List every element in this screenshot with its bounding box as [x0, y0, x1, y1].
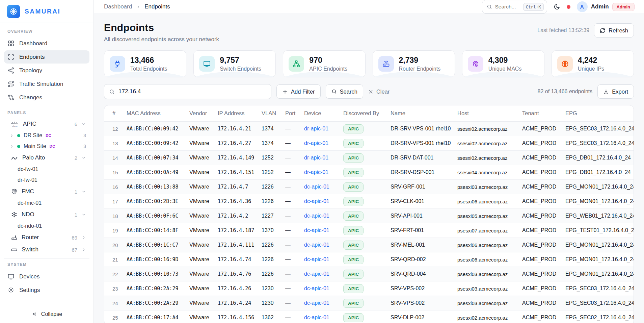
- sidebar-item-topology[interactable]: Topology: [4, 64, 89, 77]
- mac-address: AA:BB:CC:00:07:34: [123, 151, 186, 165]
- sidebar-item-traffic-simulation[interactable]: Traffic Simulation: [4, 77, 89, 91]
- ip-address: 172.16.4.111: [214, 238, 258, 252]
- page-head: Endpoints All discovered endpoints acros…: [104, 22, 634, 43]
- table-row[interactable]: 21AA:BB:CC:00:16:9DVMware172.16.4.741226…: [104, 252, 634, 267]
- endpoints-table: #MAC AddressVendorIP AddressVLANPortDevi…: [104, 105, 634, 323]
- plug-icon: [110, 56, 125, 72]
- panel-palo-alto[interactable]: Palo Alto 2: [4, 152, 89, 164]
- table-row[interactable]: 17AA:BB:CC:00:2D:3EVMware172.16.4.361226…: [104, 194, 634, 209]
- status-dot: [17, 145, 20, 148]
- search-shortcut-kbd: Ctrl+K: [523, 3, 544, 11]
- table-row[interactable]: 14AA:BB:CC:00:07:34VMware172.16.4.149125…: [104, 151, 634, 165]
- device-link[interactable]: dc-apic-01: [304, 227, 329, 233]
- panel-router[interactable]: Router 69: [4, 231, 89, 244]
- port: —: [282, 267, 301, 281]
- stat-value: 9,757: [220, 56, 239, 65]
- export-button[interactable]: Export: [597, 84, 634, 99]
- device-item-dr-fw-01[interactable]: dr-fw-01: [4, 175, 89, 185]
- discovered-by-badge: APIC: [343, 139, 364, 148]
- dc-badge: DC: [50, 144, 55, 148]
- device-link[interactable]: dc-apic-01: [304, 315, 329, 320]
- sidebar-item-devices[interactable]: Devices: [4, 270, 89, 283]
- table-row[interactable]: 12AA:BB:CC:00:09:42VMware172.16.4.211374…: [104, 122, 634, 136]
- host: ssesxi02.acmecorp.az: [454, 151, 519, 165]
- device-link[interactable]: dc-apic-01: [304, 213, 329, 219]
- table-row[interactable]: 16AA:BB:CC:00:13:88VMware172.16.4.71226—…: [104, 180, 634, 194]
- mac-address: AA:BB:CC:00:16:9D: [123, 252, 186, 267]
- table-row[interactable]: 18AA:BB:CC:00:0F:6CVMware172.16.4.21227—…: [104, 209, 634, 223]
- table-row[interactable]: 13AA:BB:CC:00:09:42VMware172.16.4.271374…: [104, 136, 634, 151]
- device-item-dc-ndo-01[interactable]: dc-ndo-01: [4, 221, 89, 231]
- breadcrumb-dashboard[interactable]: Dashboard: [104, 3, 132, 10]
- device-link[interactable]: dr-apic-01: [304, 140, 328, 146]
- device-link[interactable]: dc-apic-01: [304, 242, 329, 248]
- sidebar-item-settings[interactable]: Settings: [4, 283, 89, 297]
- global-search[interactable]: Ctrl+K: [482, 0, 547, 14]
- clear-button[interactable]: Clear: [368, 89, 390, 95]
- sidebar-item-label: Topology: [19, 67, 42, 74]
- table-row[interactable]: 22AA:BB:CC:00:10:73VMware172.16.4.761226…: [104, 267, 634, 281]
- device-link[interactable]: dc-apic-01: [304, 198, 329, 204]
- search-button[interactable]: Search: [326, 84, 363, 99]
- device-item-dc-fw-01[interactable]: dc-fw-01: [4, 164, 89, 175]
- user-menu[interactable]: Admin Admin: [577, 1, 635, 12]
- tenant: ACME_PROD: [519, 223, 562, 238]
- device-cell: dr-apic-01: [301, 122, 340, 136]
- panel-count: 1: [75, 212, 77, 218]
- add-filter-button[interactable]: Add Filter: [276, 84, 321, 99]
- dark-mode-toggle[interactable]: [554, 3, 560, 10]
- refresh-button[interactable]: Refresh: [594, 23, 634, 38]
- section-system-label: SYSTEM: [4, 259, 89, 270]
- ip-address: 172.16.4.2: [214, 209, 258, 223]
- row-number: 22: [104, 267, 123, 281]
- panel-switch[interactable]: Switch 67: [4, 244, 89, 256]
- device-cell: dc-apic-01: [301, 209, 340, 223]
- search-icon: [487, 4, 492, 9]
- vlan: 1226: [258, 267, 282, 281]
- device-item-dc-fmc-01[interactable]: dc-fmc-01: [4, 198, 89, 208]
- device-link[interactable]: dc-apic-01: [304, 285, 329, 291]
- mac-address: AA:BB:CC:00:13:88: [123, 180, 186, 194]
- tenant: ACME_PROD: [519, 136, 562, 151]
- endpoint-search-input[interactable]: [118, 88, 266, 95]
- panel-fmc[interactable]: FMC 1: [4, 185, 89, 198]
- ip-address: 172.16.4.187: [214, 223, 258, 238]
- sidebar-item-dashboard[interactable]: Dashboard: [4, 37, 89, 50]
- global-search-input[interactable]: [495, 4, 520, 10]
- epg: EPG_SEC03_172.16.4.0_24: [562, 136, 634, 151]
- table-row[interactable]: 19AA:BB:CC:00:14:8FVMware172.16.4.187137…: [104, 223, 634, 238]
- row-number: 16: [104, 180, 123, 194]
- device-link[interactable]: dc-apic-01: [304, 256, 329, 262]
- table-row[interactable]: 15AA:BB:CC:00:0A:49VMware172.16.4.151125…: [104, 165, 634, 180]
- device-link[interactable]: dr-apic-01: [304, 155, 328, 160]
- panel-apic[interactable]: cisco APIC 6: [4, 118, 89, 130]
- table-row[interactable]: 23AA:BB:CC:00:2A:29VMware172.16.4.261230…: [104, 281, 634, 296]
- filter-row: Add Filter Search Clear 82 of 13,466 end…: [104, 84, 634, 99]
- device-link[interactable]: dc-apic-01: [304, 184, 329, 190]
- endpoint-name: SRV-MEL-001: [387, 238, 454, 252]
- device-link[interactable]: dr-apic-01: [304, 169, 328, 175]
- table-row[interactable]: 20AA:BB:CC:00:1C:C7VMware172.16.4.111122…: [104, 238, 634, 252]
- endpoint-search[interactable]: [104, 84, 271, 99]
- vlan: 1230: [258, 296, 282, 310]
- tenant: ACME_PROD: [519, 180, 562, 194]
- download-icon: [603, 89, 609, 95]
- sidebar-item-changes[interactable]: Changes: [4, 91, 89, 104]
- table-header-row: #MAC AddressVendorIP AddressVLANPortDevi…: [104, 105, 634, 122]
- stat-cards: 13,466Total Endpoints 9,757Switch Endpoi…: [104, 50, 634, 77]
- collapse-sidebar-button[interactable]: Collapse: [0, 305, 93, 323]
- table-row[interactable]: 25AA:BB:CC:00:17:A4VMware172.16.4.156136…: [104, 310, 634, 323]
- panel-ndo[interactable]: NDO 1: [4, 208, 89, 221]
- table-row[interactable]: 24AA:BB:CC:00:2A:29VMware172.16.4.241230…: [104, 296, 634, 310]
- mac-address: AA:BB:CC:00:09:42: [123, 136, 186, 151]
- vendor: VMware: [186, 252, 214, 267]
- chevron-right-icon[interactable]: [9, 133, 14, 138]
- site-main-site[interactable]: Main Site DC 3: [4, 141, 89, 152]
- device-link[interactable]: dc-apic-01: [304, 300, 329, 306]
- notification-dot[interactable]: [567, 5, 570, 9]
- chevron-right-icon[interactable]: [9, 144, 14, 149]
- site-dr-site[interactable]: DR Site DC 3: [4, 130, 89, 141]
- device-link[interactable]: dc-apic-01: [304, 271, 329, 277]
- device-link[interactable]: dr-apic-01: [304, 126, 328, 131]
- sidebar-item-endpoints[interactable]: Endpoints: [4, 50, 89, 64]
